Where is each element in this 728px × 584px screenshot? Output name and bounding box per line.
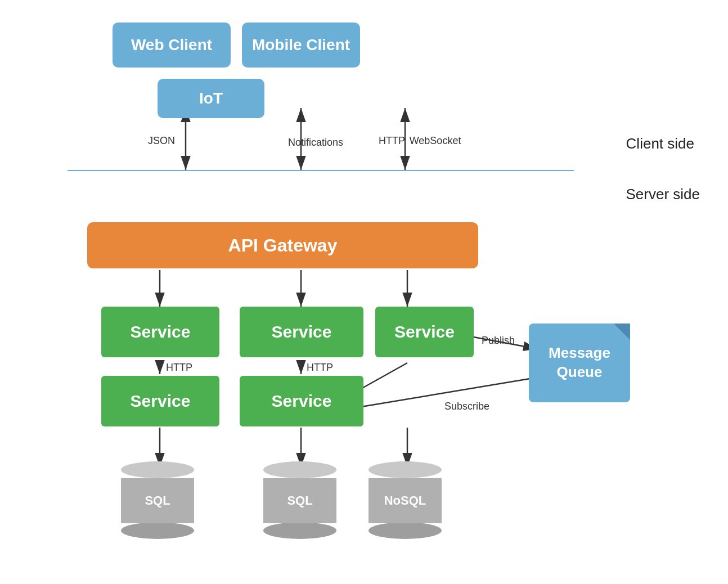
- api-gateway-box: API Gateway: [87, 222, 478, 268]
- service-box-bottom-left: Service: [101, 376, 219, 426]
- iot-box: IoT: [158, 79, 264, 118]
- http-label-left: HTTP: [166, 362, 192, 374]
- subscribe-label: Subscribe: [444, 401, 489, 412]
- mobile-client-box: Mobile Client: [242, 23, 360, 68]
- server-side-label: Server side: [626, 186, 700, 203]
- service-box-top-middle: Service: [240, 307, 363, 357]
- http-label-middle: HTTP: [307, 362, 333, 374]
- service-box-top-left: Service: [101, 307, 219, 357]
- diagram-container: Web Client Mobile Client IoT Client side…: [0, 0, 728, 584]
- sql2-database: SQL: [263, 461, 336, 539]
- nosql-database: NoSQL: [369, 461, 442, 539]
- message-queue-box: MessageQueue: [529, 324, 630, 402]
- client-side-label: Client side: [626, 135, 694, 152]
- http-websocket-label: HTTP, WebSocket: [379, 135, 461, 147]
- svg-line-16: [338, 377, 540, 411]
- service-box-top-right: Service: [375, 307, 474, 357]
- service-box-bottom-middle: Service: [240, 376, 363, 426]
- notifications-label: Notifications: [288, 137, 343, 149]
- web-client-box: Web Client: [113, 23, 231, 68]
- sql1-database: SQL: [121, 461, 194, 539]
- arrows-svg: [0, 0, 728, 584]
- divider-line: [68, 170, 574, 171]
- json-label: JSON: [148, 135, 175, 147]
- publish-label: Publish: [482, 335, 515, 347]
